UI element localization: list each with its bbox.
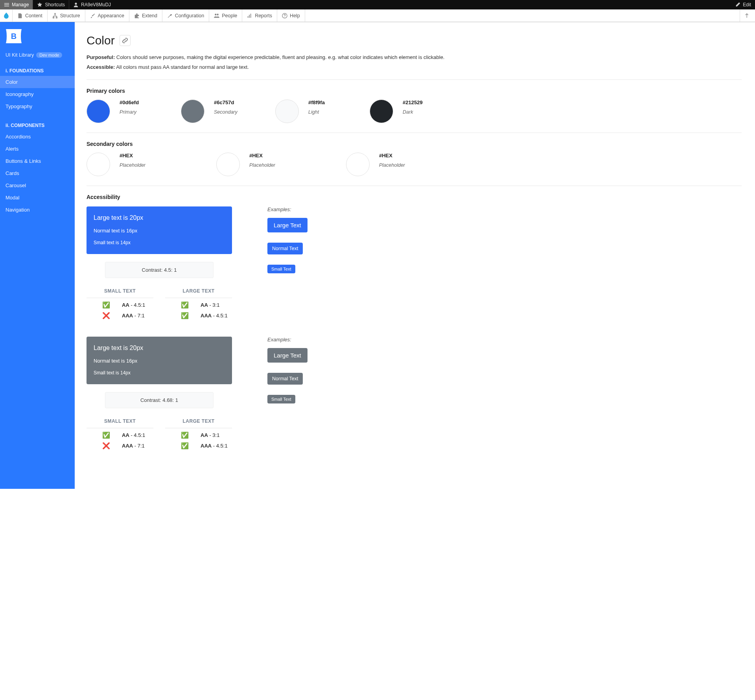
examples-heading: Examples: — [267, 206, 308, 212]
color-circle — [87, 153, 110, 176]
link-icon — [122, 37, 128, 44]
chart-icon — [247, 13, 252, 18]
example-btn-small[interactable]: Small Text — [267, 265, 295, 273]
sidebar-item-navigation[interactable]: Navigation — [0, 204, 75, 216]
sample-large-text: Large text is 20px — [94, 344, 225, 352]
swatch-role: Light — [308, 109, 325, 115]
menu-content-label: Content — [25, 13, 42, 18]
page-title-text: Color — [87, 34, 115, 47]
manage-toggle[interactable]: Manage — [0, 0, 33, 9]
sidebar-item-alerts[interactable]: Alerts — [0, 143, 75, 155]
text-sample-primary: Large text is 20px Normal text is 16px S… — [87, 206, 232, 254]
example-btn-normal[interactable]: Normal Text — [267, 373, 303, 385]
swatch-hex: #HEX — [120, 153, 145, 158]
menu-content[interactable]: Content — [13, 9, 48, 22]
example-btn-large[interactable]: Large Text — [267, 218, 308, 232]
page-title: Color — [87, 34, 742, 47]
menu-extend[interactable]: Extend — [129, 9, 162, 22]
color-circle — [346, 153, 370, 176]
svg-point-1 — [284, 17, 285, 17]
brush-icon — [90, 13, 96, 18]
check-icon: ✅ — [181, 442, 189, 449]
sample-small-text: Small text is 14px — [94, 370, 225, 376]
swatch-hex: #0d6efd — [120, 99, 139, 105]
permalink-button[interactable] — [120, 35, 131, 46]
drupal-logo[interactable] — [0, 9, 13, 22]
user-label: RA9eV8MuDJ — [81, 2, 111, 7]
ui-kit-library[interactable]: UI Kit Library Dev mode — [0, 52, 75, 58]
menu-help[interactable]: Help — [277, 9, 305, 22]
swatch: #HEXPlaceholder — [87, 153, 204, 176]
sidebar-item-color[interactable]: Color — [0, 76, 75, 88]
secondary-swatches: #HEXPlaceholder#HEXPlaceholder#HEXPlaceh… — [87, 153, 742, 176]
cross-icon: ❌ — [102, 312, 110, 319]
sample-normal-text: Normal text is 16px — [94, 358, 225, 364]
people-icon — [214, 13, 219, 18]
divider — [87, 79, 742, 80]
menu-appearance[interactable]: Appearance — [85, 9, 129, 22]
user-menu[interactable]: RA9eV8MuDJ — [69, 0, 115, 9]
contrast-row: ❌AAA - 7:1 — [87, 439, 153, 449]
swatch: #0d6efdPrimary — [87, 99, 169, 123]
hierarchy-icon — [52, 13, 58, 18]
main-content: Color Purposeful: Colors should serve pu… — [75, 22, 755, 489]
check-icon: ✅ — [102, 301, 110, 309]
check-icon: ✅ — [181, 301, 189, 309]
section-components: ii. COMPONENTS — [0, 120, 75, 131]
menu-configuration[interactable]: Configuration — [162, 9, 209, 22]
swatch-role: Secondary — [214, 109, 238, 115]
star-icon — [37, 2, 42, 7]
sample-small-text: Small text is 14px — [94, 240, 225, 245]
col-small-header: SMALL TEXT — [87, 418, 153, 428]
admin-menu: Content Structure Appearance Extend Conf… — [0, 9, 755, 22]
wrench-icon — [167, 13, 173, 18]
cross-icon: ❌ — [102, 442, 110, 449]
contrast-table-primary: SMALL TEXT ✅AA - 4.5:1❌AAA - 7:1 LARGE T… — [87, 288, 232, 319]
manage-label: Manage — [12, 2, 29, 7]
menu-reports[interactable]: Reports — [242, 9, 277, 22]
menu-people[interactable]: People — [209, 9, 242, 22]
color-circle — [216, 153, 240, 176]
help-icon — [282, 13, 287, 18]
col-small-header: SMALL TEXT — [87, 288, 153, 298]
color-circle — [87, 99, 110, 123]
sidebar-item-carousel[interactable]: Carousel — [0, 179, 75, 192]
contrast-value: Contrast: 4.68: 1 — [105, 392, 214, 408]
contrast-row: ❌AAA - 7:1 — [87, 309, 153, 319]
contrast-table-secondary: SMALL TEXT ✅AA - 4.5:1❌AAA - 7:1 LARGE T… — [87, 418, 232, 449]
intro-purposeful: Purposeful: Colors should serve purposes… — [87, 54, 742, 60]
contrast-row: ✅AA - 4.5:1 — [87, 428, 153, 439]
menu-configuration-label: Configuration — [175, 13, 204, 18]
contrast-row: ✅AAA - 4.5:1 — [165, 439, 232, 449]
example-btn-large[interactable]: Large Text — [267, 348, 308, 363]
check-icon: ✅ — [181, 431, 189, 439]
shortcuts-label: Shortcuts — [45, 2, 65, 7]
examples-primary: Examples: Large Text Normal Text Small T… — [267, 206, 308, 273]
text-sample-secondary: Large text is 20px Normal text is 16px S… — [87, 337, 232, 384]
shortcuts-link[interactable]: Shortcuts — [33, 0, 69, 9]
check-icon: ✅ — [181, 312, 189, 319]
sample-normal-text: Normal text is 16px — [94, 228, 225, 234]
sidebar-item-typography[interactable]: Typography — [0, 100, 75, 112]
sidebar: B UI Kit Library Dev mode i. FOUNDATIONS… — [0, 22, 75, 489]
contrast-row: ✅AA - 3:1 — [165, 298, 232, 309]
sidebar-item-modal[interactable]: Modal — [0, 192, 75, 204]
edit-toggle[interactable]: Edit — [731, 0, 755, 9]
swatch-hex: #6c757d — [214, 99, 238, 105]
sidebar-item-cards[interactable]: Cards — [0, 167, 75, 179]
sidebar-item-buttons-links[interactable]: Buttons & Links — [0, 155, 75, 167]
swatch: #f8f9faLight — [275, 99, 358, 123]
example-btn-small[interactable]: Small Text — [267, 395, 295, 403]
swatch-hex: #f8f9fa — [308, 99, 325, 105]
admin-toolbar: Manage Shortcuts RA9eV8MuDJ Edit — [0, 0, 755, 9]
menu-reports-label: Reports — [255, 13, 272, 18]
example-btn-normal[interactable]: Normal Text — [267, 243, 303, 254]
menu-structure[interactable]: Structure — [48, 9, 85, 22]
orientation-toggle[interactable] — [740, 9, 755, 22]
divider — [87, 133, 742, 133]
sidebar-item-iconography[interactable]: Iconography — [0, 88, 75, 100]
accessibility-block-secondary: Large text is 20px Normal text is 16px S… — [87, 337, 742, 449]
brand-logo[interactable]: B — [6, 28, 22, 44]
sidebar-item-accordions[interactable]: Accordions — [0, 131, 75, 143]
pencil-icon — [735, 2, 740, 7]
